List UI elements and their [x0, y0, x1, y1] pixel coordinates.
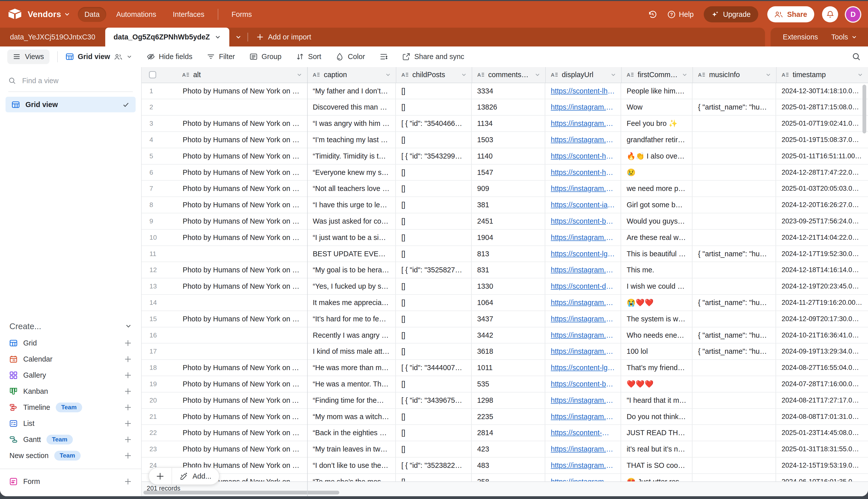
- tools-button[interactable]: Tools: [831, 33, 857, 41]
- cell-commentscount[interactable]: 3334: [472, 83, 545, 99]
- cell-timestamp[interactable]: 2025-01-19T15:08:37.000Z: [776, 132, 868, 148]
- cell-firstcomment[interactable]: 100 lol: [621, 343, 692, 359]
- cell-alt[interactable]: Photo by Humans of New York on Jan…: [177, 181, 307, 196]
- cell-childposts[interactable]: [ { "id": "352582717…: [396, 262, 472, 278]
- cell-childposts[interactable]: []: [396, 343, 472, 359]
- plus-icon[interactable]: [124, 419, 132, 427]
- cell-childposts[interactable]: []: [396, 311, 472, 327]
- cell-commentscount[interactable]: 483: [472, 458, 545, 473]
- cell-alt[interactable]: Photo by Humans of New York on Au…: [177, 360, 307, 376]
- cell-childposts[interactable]: []: [396, 474, 472, 482]
- cell-commentscount[interactable]: 1330: [472, 278, 545, 294]
- cell-musicinfo[interactable]: [692, 311, 776, 327]
- row-number[interactable]: 1: [142, 83, 177, 99]
- cell-alt[interactable]: Photo by Humans of New York on De…: [177, 278, 307, 294]
- cell-displayurl[interactable]: https://scontent-ber…: [545, 213, 621, 229]
- cell-timestamp[interactable]: 2024-12-21T14:04:22.000Z: [776, 230, 868, 245]
- nav-tab-automations[interactable]: Automations: [110, 7, 163, 22]
- cell-firstcomment[interactable]: "I heard that it mig…: [621, 392, 692, 408]
- cell-timestamp[interactable]: 2025-01-03T20:05:03.000Z: [776, 181, 868, 196]
- cell-musicinfo[interactable]: [692, 115, 776, 131]
- cell-timestamp[interactable]: 2024-12-17T19:52:30.000Z: [776, 246, 868, 262]
- chevron-down-icon[interactable]: [682, 72, 687, 78]
- row-number[interactable]: 9: [142, 213, 177, 229]
- cell-firstcomment[interactable]: grandfather retire…: [621, 132, 692, 148]
- nav-tab-data[interactable]: Data: [78, 7, 106, 22]
- cell-commentscount[interactable]: 1503: [472, 132, 545, 148]
- cell-displayurl[interactable]: https://instagram.fli…: [545, 99, 621, 115]
- cell-alt[interactable]: Photo by Humans of New York on Jan…: [177, 148, 307, 164]
- cell-timestamp[interactable]: 2024-12-28T17:47:22.000Z: [776, 165, 868, 180]
- cell-alt[interactable]: Photo by Humans of New York on Jan…: [177, 115, 307, 131]
- find-view-input[interactable]: Find a view: [8, 74, 133, 88]
- cell-musicinfo[interactable]: [692, 165, 776, 180]
- add-row-button[interactable]: [149, 468, 172, 484]
- column-header-firstcomment[interactable]: AfirstComment: [621, 67, 692, 83]
- table-tab-inactive[interactable]: data_YeJXCj519OJntxC30: [0, 28, 105, 47]
- cell-displayurl[interactable]: https://instagram.fm…: [545, 262, 621, 278]
- plus-icon[interactable]: [124, 372, 132, 379]
- cell-alt[interactable]: Photo by Humans of New York on Sep…: [177, 213, 307, 229]
- horizontal-scrollbar[interactable]: [144, 491, 339, 495]
- cell-caption[interactable]: “My goal is to be heralde…: [307, 262, 396, 278]
- cell-musicinfo[interactable]: [692, 83, 776, 99]
- row-number[interactable]: 3: [142, 115, 177, 131]
- cell-firstcomment[interactable]: THAT is SO cool!!!…: [621, 458, 692, 473]
- cell-displayurl[interactable]: https://instagram.fm…: [545, 181, 621, 196]
- cell-alt[interactable]: Photo by Humans of New York on Jan…: [177, 132, 307, 148]
- chevron-down-icon[interactable]: [610, 72, 616, 78]
- cell-caption[interactable]: Discovered this man on t…: [307, 99, 396, 115]
- cell-alt[interactable]: Photo by Humans of New York on De…: [177, 230, 307, 245]
- cell-commentscount[interactable]: 831: [472, 262, 545, 278]
- cell-commentscount[interactable]: 2235: [472, 409, 545, 425]
- sidebar-item-new-section[interactable]: New sectionTeam: [0, 448, 141, 464]
- cell-timestamp[interactable]: 2024-06-10T16:01:35.000Z: [776, 474, 868, 482]
- cell-caption[interactable]: “He was a mentor. The le…: [307, 376, 396, 392]
- chevron-down-icon[interactable]: [385, 72, 391, 78]
- cell-firstcomment[interactable]: This me.: [621, 262, 692, 278]
- cell-displayurl[interactable]: https://scontent-lhr…: [545, 83, 621, 99]
- cell-timestamp[interactable]: 2024-08-08T17:01:31.000Z: [776, 409, 868, 425]
- column-header-musicinfo[interactable]: AmusicInfo: [692, 67, 776, 83]
- cell-timestamp[interactable]: 2024-12-19T20:23:45.000Z: [776, 278, 868, 294]
- cell-caption[interactable]: “My father and I don’t get…: [307, 83, 396, 99]
- cell-childposts[interactable]: []: [396, 181, 472, 196]
- cell-caption[interactable]: “Finding time for them, th…: [307, 392, 396, 408]
- cell-firstcomment[interactable]: 😍 Just utter respe…: [621, 474, 692, 482]
- cell-displayurl[interactable]: https://instagram.fc…: [545, 458, 621, 473]
- cell-musicinfo[interactable]: [692, 181, 776, 196]
- cell-alt[interactable]: Photo by Humans of New York on Jan…: [177, 425, 307, 441]
- cell-musicinfo[interactable]: [692, 213, 776, 229]
- cell-musicinfo[interactable]: [692, 278, 776, 294]
- column-header-childposts[interactable]: AchildPosts: [396, 67, 472, 83]
- cell-caption[interactable]: “Back in the eighties dun…: [307, 425, 396, 441]
- cell-firstcomment[interactable]: ❤️❤️❤️: [621, 376, 692, 392]
- cell-caption[interactable]: It makes me appreciate h…: [307, 295, 396, 311]
- cell-musicinfo[interactable]: [692, 376, 776, 392]
- cell-commentscount[interactable]: 3618: [472, 343, 545, 359]
- cell-firstcomment[interactable]: The system is wor…: [621, 311, 692, 327]
- row-number[interactable]: 6: [142, 165, 177, 180]
- row-number[interactable]: 23: [142, 441, 177, 457]
- cell-timestamp[interactable]: 2024-12-20T16:26:27.000Z: [776, 197, 868, 213]
- plus-icon[interactable]: [124, 478, 132, 485]
- cell-childposts[interactable]: []: [396, 83, 472, 99]
- cell-childposts[interactable]: [ { "id": "35238225…: [396, 458, 472, 473]
- upgrade-button[interactable]: Upgrade: [704, 6, 758, 22]
- cell-alt[interactable]: [177, 343, 307, 359]
- cell-alt[interactable]: [177, 99, 307, 115]
- cell-timestamp[interactable]: 2023-09-25T17:56:24.000Z: [776, 213, 868, 229]
- cell-musicinfo[interactable]: { "artist_name": "huma…: [692, 246, 776, 262]
- plus-icon[interactable]: [124, 387, 132, 395]
- cell-commentscount[interactable]: 423: [472, 441, 545, 457]
- cell-childposts[interactable]: [ { "id": "35404668…: [396, 115, 472, 131]
- row-number[interactable]: 10: [142, 230, 177, 245]
- row-number[interactable]: 13: [142, 278, 177, 294]
- row-number[interactable]: 21: [142, 409, 177, 425]
- row-number[interactable]: 18: [142, 360, 177, 376]
- row-number[interactable]: 19: [142, 376, 177, 392]
- cell-caption[interactable]: “My mom was a witch. No…: [307, 409, 396, 425]
- avatar[interactable]: D: [846, 7, 860, 22]
- sidebar-item-grid[interactable]: Grid: [0, 335, 141, 351]
- cell-timestamp[interactable]: 2025-01-07T19:02:41.000Z: [776, 115, 868, 131]
